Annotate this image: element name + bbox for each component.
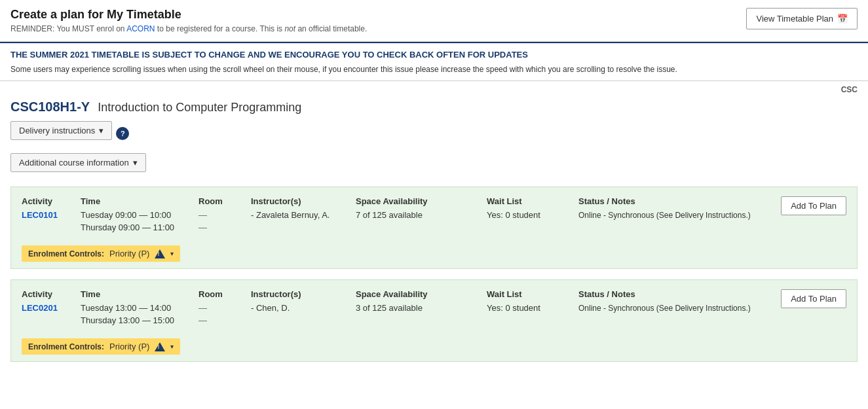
- room-1-lec0101: —: [198, 210, 251, 220]
- enrolment-label-lec0101: Enrolment Controls:: [28, 249, 104, 258]
- page-title: Create a plan for My Timetable: [10, 8, 858, 22]
- delivery-instructions-button[interactable]: Delivery instructions ▾: [10, 121, 112, 140]
- status-lec0201: Online - Synchronous (See Delivery Instr…: [578, 303, 762, 314]
- table-header-lec0101: Activity Time Room Instructor(s) Space A…: [22, 196, 846, 206]
- room-2-lec0101: —: [198, 222, 251, 232]
- col-instructors-header: Instructor(s): [251, 196, 356, 206]
- col-activity-header-2: Activity: [22, 289, 81, 299]
- time-2-lec0101: Thursday 09:00 — 11:00: [81, 222, 198, 232]
- delivery-instructions-label: Delivery instructions: [19, 126, 95, 135]
- section-card-lec0101: Add To Plan Activity Time Room Instructo…: [10, 187, 858, 269]
- waitlist-lec0201: Yes: 0 student: [487, 303, 578, 313]
- col-time-header-2: Time: [81, 289, 198, 299]
- room-cell-lec0101: — —: [198, 210, 251, 232]
- col-activity-header: Activity: [22, 196, 81, 206]
- reminder-end: an official timetable.: [295, 24, 367, 33]
- space-lec0101: 7 of 125 available: [356, 210, 487, 220]
- col-status-header-2: Status / Notes: [578, 289, 762, 299]
- col-room-header: Room: [198, 196, 251, 206]
- additional-chevron-icon: ▾: [133, 158, 138, 168]
- time-2-lec0201: Thursday 13:00 — 15:00: [81, 315, 198, 325]
- enrolment-row-lec0201: Enrolment Controls: Priority (P) ▾: [22, 332, 846, 355]
- enrolment-controls-lec0101: Enrolment Controls: Priority (P) ▾: [22, 245, 180, 262]
- col-waitlist-header-2: Wait List: [487, 289, 578, 299]
- main-warning-text: THE SUMMER 2021 TIMETABLE IS SUBJECT TO …: [10, 50, 858, 60]
- time-cell-lec0201: Tuesday 13:00 — 14:00 Thursday 13:00 — 1…: [81, 303, 198, 325]
- space-lec0201: 3 of 125 available: [356, 303, 487, 313]
- additional-course-info-button[interactable]: Additional course information ▾: [10, 153, 146, 172]
- room-1-lec0201: —: [198, 303, 251, 313]
- time-1-lec0201: Tuesday 13:00 — 14:00: [81, 303, 198, 313]
- warning-triangle-icon-lec0201: [155, 342, 165, 351]
- enrolment-chevron-icon-lec0101[interactable]: ▾: [170, 250, 174, 257]
- acorn-link[interactable]: ACORN: [126, 24, 155, 33]
- enrolment-value-lec0101: Priority (P): [109, 249, 149, 258]
- waitlist-lec0101: Yes: 0 student: [487, 210, 578, 220]
- enrolment-value-lec0201: Priority (P): [109, 342, 149, 351]
- room-2-lec0201: —: [198, 315, 251, 325]
- add-to-plan-button-lec0101[interactable]: Add To Plan: [781, 196, 846, 215]
- table-header-lec0201: Activity Time Room Instructor(s) Space A…: [22, 289, 846, 299]
- col-waitlist-header: Wait List: [487, 196, 578, 206]
- col-room-header-2: Room: [198, 289, 251, 299]
- view-timetable-label: View Timetable Plan: [756, 14, 833, 24]
- time-cell-lec0101: Tuesday 09:00 — 10:00 Thursday 09:00 — 1…: [81, 210, 198, 232]
- table-data-lec0201: LEC0201 Tuesday 13:00 — 14:00 Thursday 1…: [22, 303, 846, 325]
- page-header: Create a plan for My Timetable REMINDER:…: [0, 0, 868, 42]
- calendar-icon: 📅: [837, 14, 848, 24]
- col-instructors-header-2: Instructor(s): [251, 289, 356, 299]
- section-card-lec0201: Add To Plan Activity Time Room Instructo…: [10, 279, 858, 362]
- add-to-plan-button-lec0201[interactable]: Add To Plan: [781, 289, 846, 308]
- reminder-suffix: to be registered for a course. This is: [155, 24, 285, 33]
- header-reminder: REMINDER: You MUST enrol on ACORN to be …: [10, 24, 858, 33]
- col-status-header: Status / Notes: [578, 196, 762, 206]
- activity-code-lec0101: LEC0101: [22, 210, 81, 220]
- enrolment-chevron-icon-lec0201[interactable]: ▾: [170, 343, 174, 350]
- sub-warning-text: Some users may experience scrolling issu…: [10, 65, 858, 74]
- instructors-lec0101: - Zavaleta Bernuy, A.: [251, 210, 356, 220]
- additional-course-info-label: Additional course information: [19, 158, 129, 168]
- reminder-italic: not: [284, 24, 295, 33]
- enrolment-label-lec0201: Enrolment Controls:: [28, 342, 104, 351]
- course-title-row: CSC108H1-Y Introduction to Computer Prog…: [10, 99, 858, 115]
- delivery-chevron-icon: ▾: [99, 126, 104, 135]
- help-icon[interactable]: ?: [116, 127, 129, 140]
- enrolment-controls-lec0201: Enrolment Controls: Priority (P) ▾: [22, 338, 180, 355]
- room-cell-lec0201: — —: [198, 303, 251, 325]
- col-time-header: Time: [81, 196, 198, 206]
- view-timetable-button[interactable]: View Timetable Plan 📅: [746, 8, 858, 29]
- reminder-prefix: REMINDER: You MUST enrol on: [10, 24, 126, 33]
- table-data-lec0101: LEC0101 Tuesday 09:00 — 10:00 Thursday 0…: [22, 210, 846, 232]
- course-section: CSC108H1-Y Introduction to Computer Prog…: [0, 94, 868, 362]
- status-lec0101: Online - Synchronous (See Delivery Instr…: [578, 210, 762, 221]
- instructors-lec0201: - Chen, D.: [251, 303, 356, 313]
- controls-row: Delivery instructions ▾ ?: [10, 121, 858, 145]
- additional-info-row: Additional course information ▾: [10, 153, 858, 177]
- warning-triangle-icon-lec0101: [155, 249, 165, 258]
- course-name: Introduction to Computer Programming: [98, 101, 301, 115]
- department-label: CSC: [0, 81, 868, 94]
- enrolment-row-lec0101: Enrolment Controls: Priority (P) ▾: [22, 239, 846, 262]
- time-1-lec0101: Tuesday 09:00 — 10:00: [81, 210, 198, 220]
- activity-code-lec0201: LEC0201: [22, 303, 81, 313]
- col-space-header-2: Space Availability: [356, 289, 487, 299]
- course-code: CSC108H1-Y: [10, 99, 90, 115]
- warning-banner: THE SUMMER 2021 TIMETABLE IS SUBJECT TO …: [0, 42, 868, 81]
- col-space-header: Space Availability: [356, 196, 487, 206]
